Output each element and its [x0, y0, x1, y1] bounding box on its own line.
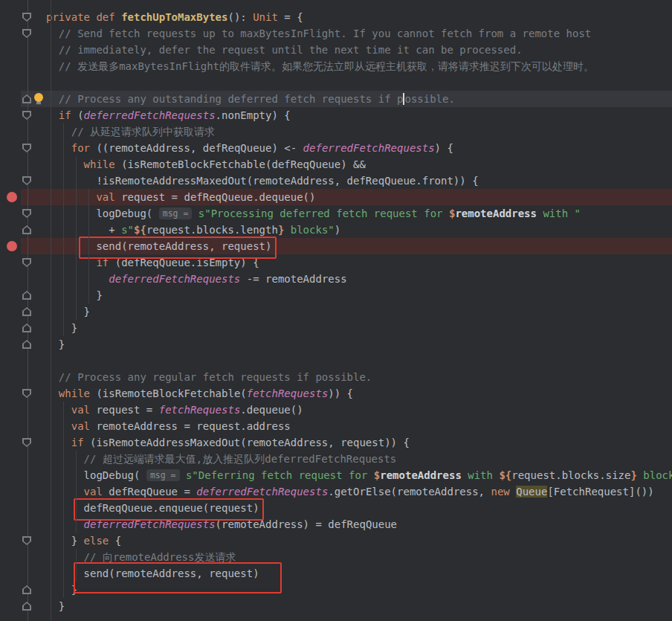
- intention-bulb-icon[interactable]: [33, 93, 43, 106]
- code-area[interactable]: private def fetchUpToMaxBytes(): Unit = …: [0, 9, 672, 614]
- code-line[interactable]: // Process any outstanding deferred fetc…: [21, 91, 672, 107]
- code-token: }: [84, 306, 90, 318]
- code-token: deferredFetchRequests: [84, 109, 216, 121]
- code-text: while (isRemoteBlockFetchable(fetchReque…: [46, 387, 353, 399]
- code-token: )) {: [328, 387, 353, 399]
- code-text: }: [46, 338, 65, 350]
- code-line[interactable]: }: [21, 303, 672, 320]
- code-token: send(remoteAddress, request): [84, 567, 259, 579]
- code-token: ${: [499, 469, 511, 481]
- code-text: }: [46, 322, 77, 334]
- code-token: // 从延迟请求队列中获取请求: [71, 126, 215, 138]
- breakpoint-dot[interactable]: [7, 241, 17, 251]
- code-token: remoteAddress: [380, 469, 462, 481]
- code-token: deferredFetchRequests: [109, 273, 240, 285]
- code-token: .getOrElse(remoteAddress,: [328, 486, 491, 498]
- code-line[interactable]: // immediately, defer the request until …: [21, 42, 672, 58]
- code-line[interactable]: while (isRemoteBlockFetchable(defReqQueu…: [21, 156, 672, 173]
- code-token: }: [71, 535, 84, 547]
- code-token: while: [59, 387, 90, 399]
- code-token: .dequeue(): [240, 404, 303, 416]
- code-token: (isRemoteAddressMaxedOut(remoteAddress, …: [84, 437, 410, 448]
- code-token: ): [335, 224, 340, 236]
- code-line[interactable]: // Send fetch requests up to maxBytesInF…: [21, 25, 672, 42]
- code-line[interactable]: send(remoteAddress, request): [21, 565, 672, 582]
- code-token: // immediately, defer the request until …: [59, 44, 523, 56]
- code-token: if: [59, 109, 71, 121]
- code-text: + s"${request.blocks.length} blocks"): [46, 224, 340, 236]
- code-line[interactable]: if (deferredFetchRequests.nonEmpty) {: [21, 107, 672, 123]
- code-line[interactable]: [21, 74, 672, 91]
- code-line[interactable]: val remoteAddress = request.address: [21, 418, 672, 434]
- code-token: // Send fetch requests up to maxBytesInF…: [59, 28, 591, 39]
- code-token: .nonEmpty) {: [216, 109, 291, 121]
- code-line[interactable]: }: [21, 598, 672, 614]
- code-text: deferredFetchRequests(remoteAddress) = d…: [46, 518, 397, 530]
- code-token: ossible.: [404, 93, 454, 105]
- code-token: !isRemoteAddressMaxedOut(remoteAddress, …: [96, 175, 478, 187]
- code-token: ) {: [435, 142, 453, 154]
- code-text: }: [46, 289, 103, 301]
- code-token: }: [59, 338, 65, 350]
- code-token: (defReqQueue.isEmpty) {: [109, 257, 259, 268]
- code-line[interactable]: }: [21, 287, 672, 303]
- parameter-hint: msg =: [146, 469, 180, 481]
- code-text: val request = fetchRequests.dequeue(): [46, 404, 303, 416]
- code-line[interactable]: // 发送最多maxBytesInFlight的取件请求。如果您无法立即从远程主…: [21, 58, 672, 74]
- code-line[interactable]: // 向remoteAddress发送请求: [21, 549, 672, 565]
- code-line[interactable]: [21, 353, 672, 369]
- code-token: $: [374, 469, 380, 481]
- code-text: // Process any outstanding deferred fetc…: [46, 93, 455, 105]
- code-token: defReqQueue.enqueue(request): [84, 502, 259, 514]
- code-line[interactable]: }: [21, 582, 672, 598]
- code-line[interactable]: val defReqQueue = deferredFetchRequests.…: [21, 483, 672, 500]
- code-token: }: [96, 289, 102, 301]
- code-text: // 向remoteAddress发送请求: [46, 551, 236, 563]
- code-token: if: [71, 437, 84, 448]
- code-line[interactable]: !isRemoteAddressMaxedOut(remoteAddress, …: [21, 173, 672, 189]
- code-line[interactable]: logDebug( msg = s"Deferring fetch reques…: [21, 467, 672, 483]
- code-token: -= remoteAddress: [240, 273, 346, 285]
- code-line[interactable]: private def fetchUpToMaxBytes(): Unit = …: [21, 9, 672, 25]
- code-token: blocks": [284, 224, 334, 236]
- code-line[interactable]: + s"${request.blocks.length} blocks"): [21, 222, 672, 238]
- code-line[interactable]: while (isRemoteBlockFetchable(fetchReque…: [21, 385, 672, 402]
- code-token: if: [96, 257, 109, 268]
- code-line[interactable]: val request = fetchRequests.dequeue(): [21, 402, 672, 418]
- code-line[interactable]: }: [21, 336, 672, 353]
- code-line[interactable]: // Process any regular fetch requests if…: [21, 369, 672, 385]
- code-token: ${: [134, 224, 146, 236]
- code-line[interactable]: deferredFetchRequests(remoteAddress) = d…: [21, 516, 672, 532]
- code-line[interactable]: if (defReqQueue.isEmpty) {: [21, 254, 672, 271]
- breakpoint-dot[interactable]: [7, 192, 17, 202]
- code-token: +: [109, 224, 121, 236]
- code-line[interactable]: } else {: [21, 532, 672, 549]
- code-line[interactable]: // 超过远端请求最大值,放入推迟队列deferredFetchRequests: [21, 451, 672, 467]
- code-token: for: [71, 142, 90, 154]
- code-token: // 超过远端请求最大值,放入推迟队列deferredFetchRequests: [84, 453, 397, 465]
- code-line[interactable]: if (isRemoteAddressMaxedOut(remoteAddres…: [21, 434, 672, 451]
- code-line[interactable]: deferredFetchRequests -= remoteAddress: [21, 271, 672, 287]
- code-line[interactable]: // 从延迟请求队列中获取请求: [21, 123, 672, 140]
- code-token: 向remoteAddress发送请求: [103, 551, 236, 563]
- code-token: //: [84, 551, 103, 563]
- code-line[interactable]: defReqQueue.enqueue(request): [21, 500, 672, 516]
- code-token: val: [71, 420, 90, 432]
- code-line[interactable]: logDebug( msg = s"Processing deferred fe…: [21, 205, 672, 222]
- code-line[interactable]: for ((remoteAddress, defReqQueue) <- def…: [21, 140, 672, 156]
- code-token: request.blocks.size: [511, 469, 630, 481]
- code-text: // 发送最多maxBytesInFlight的取件请求。如果您无法立即从远程主…: [46, 60, 594, 72]
- code-text: if (defReqQueue.isEmpty) {: [46, 257, 259, 268]
- code-line[interactable]: }: [21, 320, 672, 336]
- code-text: if (isRemoteAddressMaxedOut(remoteAddres…: [46, 437, 410, 448]
- code-text: send(remoteAddress, request): [46, 567, 259, 579]
- code-token: // Process any regular fetch requests if…: [59, 371, 372, 383]
- code-line[interactable]: val request = defReqQueue.dequeue(): [21, 189, 672, 205]
- code-token: private def: [46, 11, 121, 23]
- code-editor[interactable]: private def fetchUpToMaxBytes(): Unit = …: [0, 0, 672, 621]
- code-line[interactable]: send(remoteAddress, request): [21, 238, 672, 254]
- code-token: (remoteAddress) = defReqQueue: [216, 518, 397, 530]
- code-token: }: [59, 600, 65, 612]
- code-text: !isRemoteAddressMaxedOut(remoteAddress, …: [46, 175, 479, 187]
- code-token: ((remoteAddress, defReqQueue) <-: [90, 142, 303, 154]
